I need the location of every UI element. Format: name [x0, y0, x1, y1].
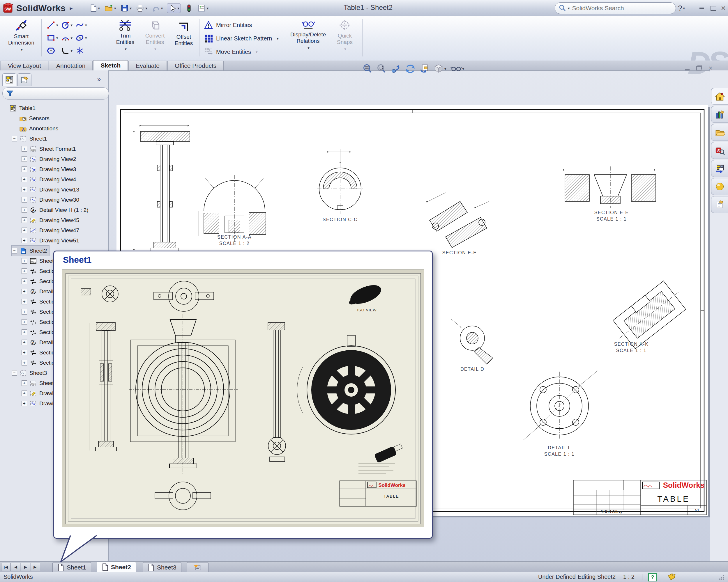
sheet3-tab[interactable]: Sheet3: [143, 562, 181, 572]
quick-snaps-button[interactable]: Quick Snaps ▾: [331, 18, 358, 52]
design-library-tab[interactable]: [711, 106, 728, 123]
expand-icon[interactable]: +: [22, 217, 27, 223]
previous-view-button[interactable]: [390, 64, 401, 74]
tree-item-drawing-view47[interactable]: +Drawing View47: [22, 225, 81, 235]
select-button[interactable]: ▾: [167, 3, 181, 13]
search-input[interactable]: [572, 4, 660, 12]
tree-item-drawing-view30[interactable]: +Drawing View30: [22, 195, 81, 205]
doc-restore-button[interactable]: [693, 64, 705, 72]
tree-item-drawing-view2[interactable]: +Drawing View2: [22, 154, 78, 164]
expand-icon[interactable]: +: [22, 166, 27, 172]
menu-expand-arrow[interactable]: ▸: [70, 5, 73, 11]
expand-icon[interactable]: +: [22, 146, 27, 151]
help-button[interactable]: ?▾: [675, 4, 688, 12]
view-palette-tab[interactable]: [711, 160, 728, 177]
dropdown-arrow[interactable]: ▾: [98, 6, 100, 10]
tree-item-drawing-view4[interactable]: +Drawing View4: [22, 174, 78, 185]
dropdown-arrow[interactable]: ▾: [125, 47, 127, 51]
expand-icon[interactable]: +: [22, 329, 27, 335]
panel-expand-chevron[interactable]: »: [97, 76, 101, 83]
expand-icon[interactable]: +: [22, 401, 27, 406]
selection-filter-button[interactable]: [185, 4, 193, 12]
tree-item-drawing-view3[interactable]: +Drawing View3: [22, 164, 78, 174]
rectangle-tool-icon[interactable]: [47, 33, 55, 42]
tree-item-sheet3[interactable]: −Sheet3: [11, 368, 49, 378]
dropdown-arrow[interactable]: ▾: [207, 6, 209, 10]
tree-item-detail-view-h-1-2-[interactable]: +ADetail View H (1 : 2): [22, 205, 91, 215]
dropdown-arrow[interactable]: ▾: [344, 47, 346, 51]
solidworks-resources-tab[interactable]: [711, 88, 728, 105]
circle-tool-icon[interactable]: [61, 21, 70, 29]
dropdown-arrow[interactable]: ▾: [145, 6, 147, 10]
tree-item-sheet-format1[interactable]: +Sheet Format1: [22, 144, 78, 154]
expand-icon[interactable]: +: [22, 258, 27, 264]
undo-button[interactable]: ▾: [151, 4, 163, 12]
file-explorer-tab[interactable]: [711, 124, 728, 141]
expand-icon[interactable]: +: [22, 197, 27, 202]
options-button[interactable]: ▾: [197, 4, 209, 12]
tab-view-layout[interactable]: View Layout: [1, 61, 48, 71]
add-sheet-button[interactable]: [187, 562, 208, 572]
tree-item-sheet1[interactable]: −Sheet1: [11, 134, 49, 144]
dropdown-arrow[interactable]: ▾: [21, 48, 23, 52]
tree-item-drawing-view51[interactable]: +Drawing View51: [22, 235, 81, 246]
resize-grip[interactable]: [719, 575, 724, 580]
tab-sketch[interactable]: Sketch: [93, 60, 128, 71]
expand-icon[interactable]: +: [22, 207, 27, 213]
appearances-tab[interactable]: [711, 178, 728, 195]
expand-icon[interactable]: +: [22, 350, 27, 355]
expand-icon[interactable]: +: [22, 289, 27, 294]
quick-tip-help-icon[interactable]: ?: [648, 573, 657, 581]
dropdown-arrow[interactable]: ▾: [130, 6, 132, 10]
collapse-icon[interactable]: −: [11, 248, 17, 253]
dropdown-arrow[interactable]: ▾: [114, 6, 116, 10]
dropdown-arrow[interactable]: ▾: [161, 6, 163, 10]
dropdown-arrow[interactable]: ▾: [308, 46, 310, 50]
mirror-entities-button[interactable]: ! Mirror Entities: [204, 20, 252, 30]
search-box[interactable]: ▾: [555, 2, 676, 14]
custom-properties-tab[interactable]: [711, 196, 728, 213]
expand-icon[interactable]: +: [22, 268, 27, 274]
last-sheet-button[interactable]: ▶|: [31, 563, 40, 571]
minimize-button[interactable]: [695, 4, 708, 12]
display-delete-relations-button[interactable]: Display/Delete Relations ▾: [288, 18, 329, 51]
expand-icon[interactable]: +: [22, 177, 27, 182]
doc-close-button[interactable]: ×: [705, 64, 717, 72]
expand-icon[interactable]: +: [22, 360, 27, 365]
tree-item-drawing-view45[interactable]: +Drawing View45: [22, 215, 81, 225]
tree-item-annotations[interactable]: AAnnotations: [11, 123, 60, 134]
update-view-button[interactable]: [420, 64, 430, 74]
arc-tool-icon[interactable]: [61, 33, 70, 42]
trim-entities-button[interactable]: Trim Entities ▾: [112, 18, 139, 52]
tree-item-detail[interactable]: +ADetail: [22, 337, 56, 348]
tag-icon[interactable]: [667, 573, 676, 581]
search-tab[interactable]: S: [711, 142, 728, 159]
first-sheet-button[interactable]: |◀: [1, 563, 10, 571]
previous-sheet-button[interactable]: ◀: [11, 563, 20, 571]
line-tool-icon[interactable]: [47, 21, 55, 29]
smart-dimension-button[interactable]: Smart Dimension ▾: [3, 18, 40, 53]
collapse-icon[interactable]: −: [11, 136, 17, 141]
convert-entities-button[interactable]: Convert Entities ▾: [140, 18, 170, 52]
dropdown-arrow[interactable]: ▾: [154, 47, 156, 51]
next-sheet-button[interactable]: ▶: [21, 563, 30, 571]
feature-manager-tab[interactable]: [2, 73, 16, 86]
collapse-icon[interactable]: −: [11, 370, 17, 376]
property-manager-tab[interactable]: [18, 73, 31, 86]
dropdown-arrow[interactable]: ▾: [177, 6, 179, 10]
dropdown-arrow[interactable]: ▾: [256, 50, 258, 54]
new-button[interactable]: ▾: [88, 4, 100, 12]
search-dropdown-arrow[interactable]: ▾: [568, 6, 570, 10]
zoom-to-area-button[interactable]: [376, 64, 386, 74]
expand-icon[interactable]: +: [22, 156, 27, 162]
display-style-button[interactable]: ▾: [450, 64, 465, 73]
spline-tool-icon[interactable]: [75, 21, 84, 29]
tab-office-products[interactable]: Office Products: [167, 61, 224, 71]
polygon-tool-icon[interactable]: [47, 46, 55, 55]
expand-icon[interactable]: +: [22, 390, 27, 396]
tree-item-table1[interactable]: Table1: [2, 103, 38, 113]
print-button[interactable]: ▾: [136, 4, 147, 12]
expand-icon[interactable]: +: [22, 299, 27, 304]
expand-icon[interactable]: +: [22, 309, 27, 314]
tree-item-drawing-view13[interactable]: +Drawing View13: [22, 185, 81, 195]
